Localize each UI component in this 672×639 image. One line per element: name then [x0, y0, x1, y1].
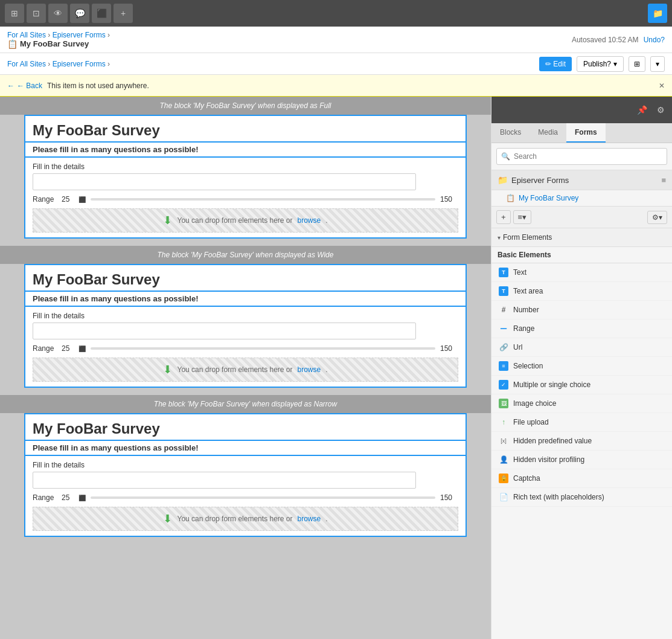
element-selection[interactable]: ≡ Selection — [491, 357, 672, 376]
back-button[interactable]: ← ← Back — [7, 82, 42, 90]
browse-link-full[interactable]: browse — [297, 216, 321, 225]
range-label-narrow: Range — [33, 493, 57, 502]
tab-blocks[interactable]: Blocks — [491, 123, 530, 143]
text-input-full[interactable] — [33, 173, 416, 190]
elements-list: T Text T Text area # Number ━━ Range 🔗 U… — [491, 263, 672, 639]
drop-icon-wide: ⬇ — [163, 363, 172, 376]
undo-link[interactable]: Undo? — [644, 36, 665, 44]
list-button[interactable]: ≡▾ — [513, 210, 532, 224]
range-row-wide: Range 25 ⬛ 150 — [33, 344, 458, 353]
right-top-toolbar: 📌 ⚙ — [491, 97, 672, 123]
gear-button[interactable]: ⚙▾ — [647, 211, 667, 224]
toolbar-btn-dotgrid[interactable]: ⊡ — [27, 4, 46, 23]
pin-button[interactable]: 📌 — [635, 103, 650, 117]
toolbar-btn-add[interactable]: + — [114, 4, 133, 23]
element-captcha[interactable]: 🔒 Captcha — [491, 469, 672, 488]
edit-button[interactable]: ✏ Edit — [539, 57, 572, 71]
tab-media-label: Media — [538, 128, 558, 136]
right-tabs: Blocks Media Forms — [491, 123, 672, 143]
drop-text-full: You can drop form elements here or — [177, 216, 292, 225]
element-selection-label: Selection — [513, 362, 543, 370]
form-title-wide: My FooBar Survey — [25, 265, 466, 292]
drop-period-full: . — [325, 216, 327, 225]
hidden-visitor-icon: 👤 — [499, 455, 508, 464]
element-text[interactable]: T Text — [491, 263, 672, 282]
drop-zone-wide[interactable]: ⬇ You can drop form elements here or bro… — [33, 358, 458, 382]
toolbar-btn-blue[interactable]: 📁 — [648, 4, 667, 23]
form-subtitle-full: Please fill in as many questions as poss… — [25, 143, 466, 158]
number-icon: # — [499, 305, 508, 315]
element-multiple-choice[interactable]: ✓ Multiple or single choice — [491, 376, 672, 394]
drop-period-wide: . — [325, 365, 327, 374]
rich-text-icon: 📄 — [499, 492, 508, 502]
element-hidden-visitor-label: Hidden visitor profiling — [513, 455, 584, 464]
field-label-wide: Fill in the details — [33, 312, 458, 320]
form-elements-header: ▾ Form Elements — [491, 228, 672, 247]
settings-button[interactable]: ⚙ — [654, 103, 667, 117]
toolbar-btn-grid[interactable]: ⊞ — [5, 4, 24, 23]
block-label-wide: The block 'My FooBar Survey' when displa… — [0, 246, 491, 264]
breadcrumb2-epi-forms[interactable]: Episerver Forms — [53, 60, 106, 68]
view-toggle-button2[interactable]: ▾ — [650, 56, 665, 72]
field-label-full: Fill in the details — [33, 162, 458, 171]
element-range[interactable]: ━━ Range — [491, 320, 672, 338]
field-label-narrow: Fill in the details — [33, 461, 458, 469]
breadcrumb-epi-forms[interactable]: Episerver Forms — [53, 31, 106, 39]
form-preview-full: My FooBar Survey Please fill in as many … — [24, 115, 467, 239]
tab-forms[interactable]: Forms — [566, 123, 606, 143]
publish-label: Publish? — [583, 60, 611, 68]
tab-blocks-label: Blocks — [500, 128, 521, 136]
text-input-narrow[interactable] — [33, 472, 416, 489]
tab-forms-label: Forms — [575, 128, 597, 136]
drop-text-narrow: You can drop form elements here or — [177, 515, 292, 523]
toolbar-btn-preview[interactable]: 👁 — [48, 4, 68, 23]
form-elements-label: Form Elements — [503, 233, 552, 242]
page-title: My FooBar Survey — [20, 39, 89, 48]
element-textarea-label: Text area — [513, 287, 543, 295]
range-slider-full[interactable] — [91, 198, 435, 201]
toolbar-btn-fullscreen[interactable]: ⬛ — [92, 4, 111, 23]
drop-zone-narrow[interactable]: ⬇ You can drop form elements here or bro… — [33, 507, 458, 531]
range-label-full: Range — [33, 195, 57, 204]
search-box-container: 🔍 — [491, 143, 672, 170]
tree-item-label: My FooBar Survey — [519, 194, 578, 202]
browse-link-narrow[interactable]: browse — [297, 515, 321, 523]
view-toggle-button[interactable]: ⊞ — [629, 56, 645, 72]
form-subtitle-narrow: Please fill in as many questions as poss… — [25, 441, 466, 456]
drop-zone-full[interactable]: ⬇ You can drop form elements here or bro… — [33, 208, 458, 233]
element-image-choice[interactable]: 🖼 Image choice — [491, 394, 672, 413]
add-element-button[interactable]: + — [496, 210, 511, 224]
range-slider-narrow[interactable] — [91, 496, 435, 499]
element-multiple-choice-label: Multiple or single choice — [513, 381, 590, 389]
tree-item-survey[interactable]: 📋 My FooBar Survey — [491, 190, 672, 206]
breadcrumb2: For All Sites › Episerver Forms › — [7, 60, 110, 68]
element-captcha-label: Captcha — [513, 474, 540, 483]
form-body-narrow: Fill in the details Range 25 ⬛ 150 ⬇ You… — [25, 456, 466, 536]
element-url[interactable]: 🔗 Url — [491, 338, 672, 357]
browse-link-wide[interactable]: browse — [297, 365, 321, 374]
file-upload-icon: ↑ — [499, 417, 508, 427]
block-label-narrow: The block 'My FooBar Survey' when displa… — [0, 395, 491, 413]
tab-media[interactable]: Media — [530, 123, 566, 143]
warning-close-button[interactable]: ✕ — [659, 82, 665, 90]
search-input[interactable] — [496, 148, 667, 165]
main-layout: The block 'My FooBar Survey' when displa… — [0, 97, 672, 639]
publish-button[interactable]: Publish? ▾ — [577, 56, 624, 72]
element-rich-text[interactable]: 📄 Rich text (with placeholders) — [491, 488, 672, 507]
element-hidden-predefined-label: Hidden predefined value — [513, 437, 592, 445]
element-textarea[interactable]: T Text area — [491, 282, 672, 301]
range-slider-wide[interactable] — [91, 347, 435, 350]
element-hidden-visitor[interactable]: 👤 Hidden visitor profiling — [491, 451, 672, 469]
element-file-upload[interactable]: ↑ File upload — [491, 413, 672, 432]
toolbar-btn-comment[interactable]: 💬 — [70, 4, 89, 23]
epi-forms-menu-icon[interactable]: ≡ — [661, 176, 666, 185]
text-input-wide[interactable] — [33, 323, 416, 339]
range-min-wide: 25 — [62, 344, 74, 353]
element-file-upload-label: File upload — [513, 418, 549, 426]
breadcrumb2-all-sites[interactable]: For All Sites — [7, 60, 46, 68]
breadcrumb-all-sites[interactable]: For All Sites — [7, 31, 46, 39]
element-range-label: Range — [513, 324, 534, 333]
selection-icon: ≡ — [499, 361, 508, 371]
element-hidden-predefined[interactable]: [x] Hidden predefined value — [491, 432, 672, 451]
element-number[interactable]: # Number — [491, 301, 672, 320]
